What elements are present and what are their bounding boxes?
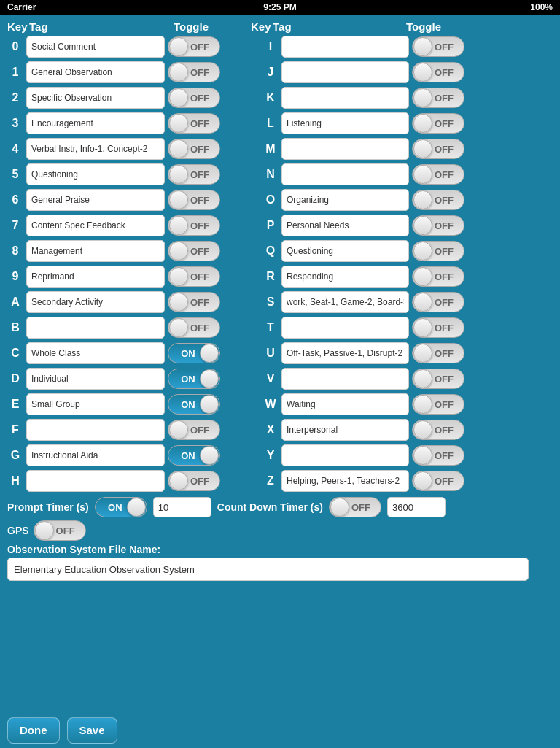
tag-input[interactable] xyxy=(281,61,409,83)
toggle-switch[interactable]: ON xyxy=(168,343,220,363)
tag-input[interactable] xyxy=(281,112,409,134)
tag-input[interactable] xyxy=(281,342,409,364)
table-row: KOFF xyxy=(262,86,540,109)
tag-input[interactable] xyxy=(26,163,165,185)
tag-input[interactable] xyxy=(26,138,165,160)
toggle-switch[interactable]: ON xyxy=(168,394,220,415)
toggle-switch[interactable]: OFF xyxy=(168,113,220,134)
toggle-switch[interactable]: OFF xyxy=(168,215,220,236)
tag-input[interactable] xyxy=(281,470,409,492)
toggle-switch[interactable]: OFF xyxy=(168,88,220,108)
tag-input[interactable] xyxy=(281,163,409,185)
toggle-switch[interactable]: OFF xyxy=(412,266,464,287)
tag-input[interactable] xyxy=(26,419,165,441)
tag-input[interactable] xyxy=(26,342,165,364)
table-row: ZOFF xyxy=(262,469,540,493)
tag-input[interactable] xyxy=(26,240,165,262)
tag-input[interactable] xyxy=(26,61,165,83)
toggle-switch[interactable]: OFF xyxy=(168,292,220,312)
table-row: YOFF xyxy=(262,444,540,467)
prompt-timer-knob xyxy=(127,498,146,517)
carrier: Carrier xyxy=(7,2,36,12)
toggle-switch[interactable]: OFF xyxy=(168,266,220,287)
toggle-switch[interactable]: OFF xyxy=(168,317,220,338)
toggle-switch[interactable]: OFF xyxy=(412,420,464,440)
toggle-switch[interactable]: OFF xyxy=(412,241,464,261)
tag-input[interactable] xyxy=(281,189,409,211)
col-header-key-right: Key xyxy=(251,20,270,33)
tag-input[interactable] xyxy=(281,36,409,58)
tag-input[interactable] xyxy=(281,240,409,262)
table-row: HOFF xyxy=(7,469,255,493)
tag-input[interactable] xyxy=(26,189,165,211)
tag-input[interactable] xyxy=(281,138,409,160)
tag-input[interactable] xyxy=(26,368,165,390)
table-row: AOFF xyxy=(7,290,255,314)
toggle-switch[interactable]: OFF xyxy=(168,241,220,261)
table-row: LOFF xyxy=(262,112,540,135)
tag-input[interactable] xyxy=(26,317,165,339)
tag-input[interactable] xyxy=(26,36,165,58)
toggle-switch[interactable]: OFF xyxy=(168,420,220,440)
tag-input[interactable] xyxy=(26,444,165,466)
tag-input[interactable] xyxy=(281,368,409,390)
col-header-toggle-right: Toggle xyxy=(406,20,459,33)
tag-input[interactable] xyxy=(281,87,409,109)
tag-input[interactable] xyxy=(26,291,165,313)
tag-input[interactable] xyxy=(281,317,409,339)
tag-input[interactable] xyxy=(281,291,409,313)
tag-input[interactable] xyxy=(281,393,409,415)
toggle-switch[interactable]: OFF xyxy=(412,190,464,210)
tag-input[interactable] xyxy=(26,266,165,288)
toggle-switch[interactable]: OFF xyxy=(168,190,220,210)
tag-input[interactable] xyxy=(281,444,409,466)
toggle-switch[interactable]: OFF xyxy=(412,36,464,57)
tag-input[interactable] xyxy=(281,215,409,236)
gps-toggle[interactable]: OFF xyxy=(34,520,86,541)
toggle-switch[interactable]: OFF xyxy=(412,113,464,134)
gps-knob xyxy=(35,521,54,540)
toggle-switch[interactable]: OFF xyxy=(412,394,464,415)
prompt-timer-toggle[interactable]: ON xyxy=(95,497,147,517)
toggle-knob xyxy=(413,216,432,235)
row-key: 6 xyxy=(7,193,23,207)
toggle-switch[interactable]: OFF xyxy=(168,36,220,57)
tag-input[interactable] xyxy=(26,215,165,236)
table-row: XOFF xyxy=(262,418,540,442)
prompt-timer-input[interactable] xyxy=(153,497,211,517)
toggle-switch[interactable]: OFF xyxy=(412,317,464,338)
toggle-switch[interactable]: OFF xyxy=(412,215,464,236)
toggle-switch[interactable]: OFF xyxy=(412,139,464,159)
tag-input[interactable] xyxy=(26,87,165,109)
toggle-switch[interactable]: ON xyxy=(168,445,220,466)
tag-input[interactable] xyxy=(26,470,165,492)
countdown-timer-input[interactable] xyxy=(387,497,446,517)
toggle-switch[interactable]: OFF xyxy=(168,139,220,159)
toggle-switch[interactable]: OFF xyxy=(412,62,464,82)
toggle-switch[interactable]: OFF xyxy=(412,471,464,491)
toggle-switch[interactable]: ON xyxy=(168,369,220,389)
toggle-switch[interactable]: OFF xyxy=(412,369,464,389)
done-button[interactable]: Done xyxy=(7,717,60,744)
obs-system-input[interactable] xyxy=(7,558,529,581)
toggle-switch[interactable]: OFF xyxy=(168,471,220,491)
toggle-switch[interactable]: OFF xyxy=(412,445,464,466)
tag-input[interactable] xyxy=(281,266,409,288)
toggle-switch[interactable]: OFF xyxy=(412,343,464,363)
countdown-timer-toggle[interactable]: OFF xyxy=(329,497,381,517)
tag-input[interactable] xyxy=(281,419,409,441)
row-key: 5 xyxy=(7,168,23,181)
toggle-switch[interactable]: OFF xyxy=(412,88,464,108)
toggle-knob xyxy=(413,446,432,465)
save-button[interactable]: Save xyxy=(67,717,117,744)
tag-input[interactable] xyxy=(26,393,165,415)
toggle-switch[interactable]: OFF xyxy=(168,62,220,82)
toggle-switch[interactable]: OFF xyxy=(168,164,220,185)
toggle-knob xyxy=(413,114,432,133)
table-row: POFF xyxy=(262,214,540,237)
toggle-switch[interactable]: OFF xyxy=(412,292,464,312)
row-key: 0 xyxy=(7,40,23,53)
table-row: CON xyxy=(7,342,255,365)
toggle-switch[interactable]: OFF xyxy=(412,164,464,185)
tag-input[interactable] xyxy=(26,112,165,134)
